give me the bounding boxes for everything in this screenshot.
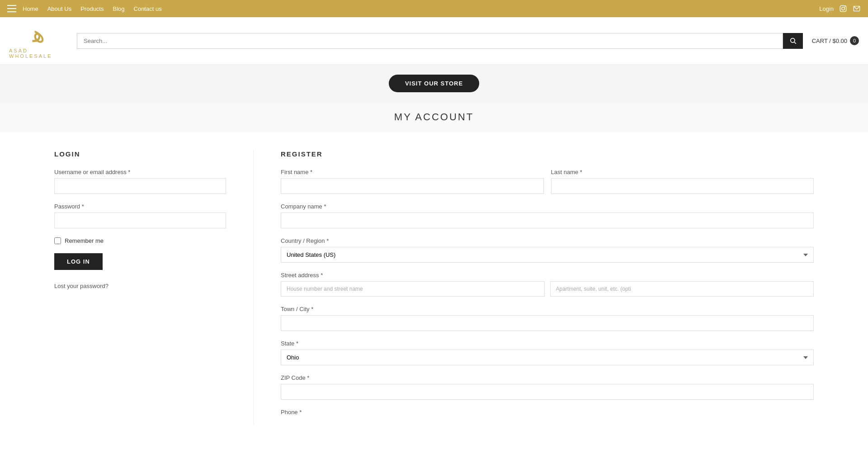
svg-point-2	[844, 6, 845, 7]
nav-links: Home About Us Products Blog Contact us	[23, 5, 162, 12]
street-address-row	[281, 281, 814, 297]
last-name-label: Last name *	[551, 169, 814, 175]
page-title: MY ACCOUNT	[9, 111, 859, 123]
main-content: LOGIN Username or email address * Passwo…	[0, 132, 868, 443]
register-section-title: REGISTER	[281, 150, 814, 158]
email-icon[interactable]	[853, 5, 861, 13]
username-input[interactable]	[54, 178, 226, 194]
nav-home[interactable]: Home	[23, 5, 38, 12]
nav-left: Home About Us Products Blog Contact us	[7, 5, 162, 12]
company-input[interactable]	[281, 213, 814, 228]
last-name-group: Last name *	[551, 169, 814, 194]
login-section: LOGIN Username or email address * Passwo…	[54, 150, 226, 425]
login-link[interactable]: Login	[819, 5, 834, 12]
lost-password-link[interactable]: Lost your password?	[54, 283, 226, 289]
nav-contact[interactable]: Contact us	[134, 5, 162, 12]
remember-row: Remember me	[54, 237, 226, 244]
first-name-label: First name *	[281, 169, 544, 175]
name-row: First name * Last name *	[281, 169, 814, 194]
company-group: Company name *	[281, 203, 814, 228]
svg-line-5	[794, 42, 796, 44]
phone-label: Phone *	[281, 409, 814, 416]
search-input[interactable]	[77, 33, 783, 49]
nav-blog[interactable]: Blog	[113, 5, 124, 12]
login-section-title: LOGIN	[54, 150, 226, 158]
street-address-input-2[interactable]	[550, 281, 814, 297]
country-group: Country / Region * United States (US) Ca…	[281, 237, 814, 263]
visit-store-banner: VISIT OUR STORE	[0, 65, 868, 102]
login-btn-wrap: LOG IN	[54, 253, 226, 279]
street-address-group: Street address *	[281, 272, 814, 297]
svg-point-1	[842, 7, 845, 10]
hamburger-menu-icon[interactable]	[7, 5, 16, 12]
phone-group: Phone *	[281, 409, 814, 416]
svg-point-4	[790, 38, 794, 43]
logo: ﻫ ASAD WHOLESALE	[9, 23, 68, 59]
company-label: Company name *	[281, 203, 814, 210]
username-label: Username or email address *	[54, 169, 226, 175]
svg-rect-0	[840, 5, 846, 11]
logo-symbol: ﻫ	[33, 23, 45, 46]
login-button[interactable]: LOG IN	[54, 253, 103, 270]
zip-input[interactable]	[281, 384, 814, 400]
town-label: Town / City *	[281, 306, 814, 312]
state-label: State *	[281, 340, 814, 347]
first-name-group: First name *	[281, 169, 544, 194]
nav-about[interactable]: About Us	[47, 5, 71, 12]
zip-group: ZIP Code *	[281, 374, 814, 400]
remember-label: Remember me	[65, 237, 104, 244]
password-input[interactable]	[54, 213, 226, 228]
nav-products[interactable]: Products	[80, 5, 104, 12]
town-group: Town / City *	[281, 306, 814, 331]
page-title-wrap: MY ACCOUNT	[0, 102, 868, 132]
remember-checkbox[interactable]	[54, 237, 61, 244]
visit-store-button[interactable]: VISIT OUR STORE	[389, 75, 479, 92]
country-label: Country / Region *	[281, 237, 814, 244]
top-nav: Home About Us Products Blog Contact us L…	[0, 0, 868, 17]
site-header: ﻫ ASAD WHOLESALE CART / $0.00 0	[0, 17, 868, 65]
state-select[interactable]: Ohio California Texas New York Florida	[281, 350, 814, 365]
town-input[interactable]	[281, 315, 814, 331]
logo-text: ASAD WHOLESALE	[9, 48, 68, 59]
state-group: State * Ohio California Texas New York F…	[281, 340, 814, 365]
street-address-label: Street address *	[281, 272, 814, 279]
section-divider	[253, 150, 254, 425]
first-name-input[interactable]	[281, 178, 544, 194]
country-select[interactable]: United States (US) Canada United Kingdom…	[281, 247, 814, 263]
search-bar	[77, 33, 803, 49]
zip-label: ZIP Code *	[281, 374, 814, 381]
cart-count: 0	[850, 36, 859, 45]
street-address-input-1[interactable]	[281, 281, 545, 297]
search-button[interactable]	[783, 33, 803, 49]
register-section: REGISTER First name * Last name * Compan…	[281, 150, 814, 425]
cart-label: CART / $0.00	[812, 38, 847, 44]
username-group: Username or email address *	[54, 169, 226, 194]
password-group: Password *	[54, 203, 226, 228]
password-label: Password *	[54, 203, 226, 210]
nav-right: Login	[819, 5, 861, 13]
cart-area[interactable]: CART / $0.00 0	[812, 36, 859, 45]
last-name-input[interactable]	[551, 178, 814, 194]
instagram-icon[interactable]	[839, 5, 847, 13]
